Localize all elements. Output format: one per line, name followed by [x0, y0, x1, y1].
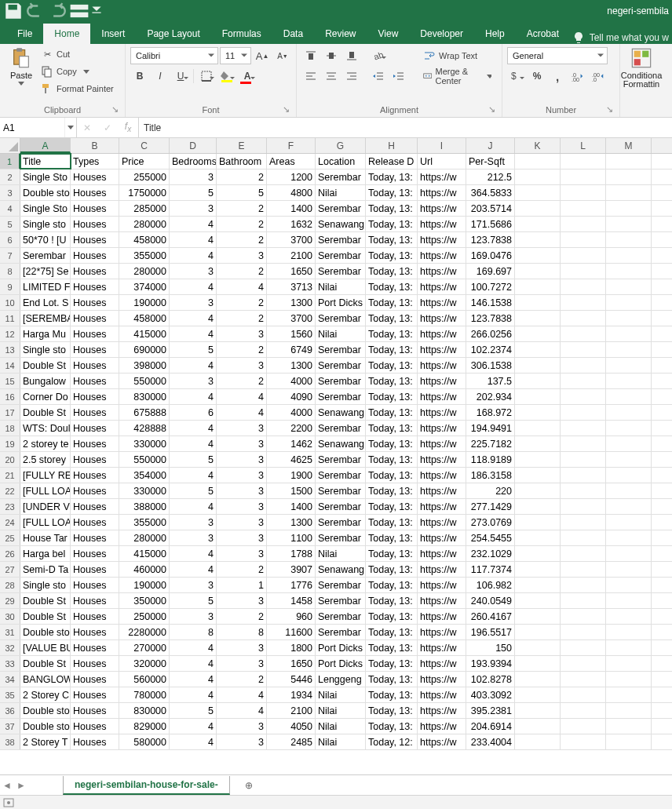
cell[interactable]: Senawang — [316, 405, 366, 420]
cell[interactable]: 458000 — [119, 232, 170, 247]
cell[interactable]: 1300 — [267, 295, 316, 310]
cell[interactable]: Nilai — [316, 734, 366, 749]
cell[interactable]: Today, 13: — [366, 436, 418, 451]
tab-view[interactable]: View — [367, 24, 410, 44]
cell[interactable] — [561, 656, 606, 671]
cell[interactable]: 3 — [217, 483, 267, 498]
cell[interactable]: Serembar — [316, 201, 366, 216]
cell[interactable]: Serembar — [316, 530, 366, 545]
column-header-A[interactable]: A — [20, 138, 71, 153]
cell[interactable]: 1400 — [267, 201, 316, 216]
cell[interactable]: 3 — [217, 640, 267, 655]
cell[interactable]: 273.0769 — [466, 515, 515, 530]
tab-developer[interactable]: Developer — [409, 24, 474, 44]
cell[interactable]: Serembar — [316, 609, 366, 624]
cell[interactable]: 3 — [170, 264, 217, 279]
cell[interactable] — [515, 483, 561, 498]
cell[interactable] — [515, 562, 561, 577]
cell[interactable]: Houses — [71, 734, 119, 749]
cell[interactable]: Houses — [71, 264, 119, 279]
cell[interactable]: 4 — [170, 640, 217, 655]
cell[interactable]: Corner Do — [20, 389, 71, 404]
cell[interactable] — [515, 672, 561, 687]
cell[interactable] — [515, 295, 561, 310]
cell[interactable] — [561, 232, 606, 247]
cell[interactable]: https://w — [418, 656, 466, 671]
spreadsheet-grid[interactable]: ABCDEFGHIJKLM 1TitleTypesPriceBedroomsBa… — [0, 138, 672, 750]
cell[interactable]: Houses — [71, 483, 119, 498]
cell[interactable]: Nilai — [316, 185, 366, 200]
cell[interactable]: 560000 — [119, 672, 170, 687]
cell[interactable]: WTS: Doul — [20, 421, 71, 435]
cell[interactable]: Today, 13: — [366, 703, 418, 718]
cell[interactable] — [606, 421, 652, 435]
cell[interactable]: Houses — [71, 546, 119, 561]
cell[interactable] — [606, 405, 652, 420]
cell[interactable]: 225.7182 — [466, 436, 515, 451]
cell[interactable] — [606, 640, 652, 655]
cell[interactable]: Double St — [20, 656, 71, 671]
cell[interactable]: Harga bel — [20, 546, 71, 561]
cell[interactable]: 4090 — [267, 389, 316, 404]
row-header[interactable]: 17 — [0, 405, 20, 420]
cell[interactable]: Today, 13: — [366, 452, 418, 467]
row-header[interactable]: 24 — [0, 515, 20, 530]
cell[interactable]: 3 — [217, 734, 267, 749]
cell[interactable]: 2 — [217, 311, 267, 326]
cell[interactable]: Today, 13: — [366, 217, 418, 231]
cell[interactable] — [561, 562, 606, 577]
cell[interactable] — [606, 185, 652, 200]
cell[interactable]: Today, 13: — [366, 421, 418, 435]
cell[interactable]: 2 — [217, 295, 267, 310]
cell[interactable] — [606, 593, 652, 608]
cell[interactable]: 5 — [170, 342, 217, 357]
align-left-button[interactable] — [301, 67, 320, 85]
cell[interactable]: Today, 13: — [366, 405, 418, 420]
cell[interactable] — [561, 468, 606, 483]
row-header[interactable]: 1 — [0, 154, 20, 169]
cell[interactable]: 374000 — [119, 279, 170, 294]
format-painter-button[interactable]: Format Painter — [41, 80, 114, 97]
cell[interactable]: Bungalow — [20, 374, 71, 388]
cell[interactable]: 4 — [170, 546, 217, 561]
cell[interactable]: 1934 — [267, 687, 316, 702]
cell[interactable] — [515, 625, 561, 640]
cell[interactable]: Double sto — [20, 719, 71, 734]
row-header[interactable]: 32 — [0, 640, 20, 655]
cell[interactable] — [606, 468, 652, 483]
cell[interactable] — [561, 421, 606, 435]
cell[interactable]: 2 storey te — [20, 436, 71, 451]
cell[interactable]: Today, 13: — [366, 169, 418, 184]
cell[interactable]: Double St — [20, 593, 71, 608]
cell[interactable]: Today, 13: — [366, 311, 418, 326]
column-header-L[interactable]: L — [561, 138, 606, 153]
sheet-nav-next[interactable]: ► — [14, 775, 28, 795]
cell[interactable]: 2100 — [267, 703, 316, 718]
cell[interactable]: 4 — [170, 687, 217, 702]
cell[interactable] — [561, 719, 606, 734]
cell[interactable]: 4000 — [267, 374, 316, 388]
decrease-indent-button[interactable] — [369, 67, 388, 85]
cell[interactable]: https://w — [418, 342, 466, 357]
row-header[interactable]: 34 — [0, 672, 20, 687]
increase-indent-button[interactable] — [389, 67, 408, 85]
row-header[interactable]: 11 — [0, 311, 20, 326]
number-format-select[interactable]: General — [507, 47, 608, 64]
cell[interactable] — [606, 656, 652, 671]
cell[interactable]: 5 — [170, 452, 217, 467]
cell[interactable]: 280000 — [119, 217, 170, 231]
cell[interactable]: Today, 13: — [366, 279, 418, 294]
cell[interactable] — [515, 546, 561, 561]
cell[interactable]: Nilai — [316, 546, 366, 561]
cell[interactable] — [561, 687, 606, 702]
cell[interactable]: Today, 13: — [366, 672, 418, 687]
cell[interactable]: 270000 — [119, 640, 170, 655]
cell[interactable]: Today, 13: — [366, 185, 418, 200]
cell[interactable]: 5 — [170, 593, 217, 608]
cell[interactable] — [561, 264, 606, 279]
cell[interactable]: Serembar — [316, 311, 366, 326]
cell[interactable] — [561, 515, 606, 530]
cell[interactable]: Houses — [71, 672, 119, 687]
cell[interactable]: Serembar — [316, 342, 366, 357]
record-macro-icon[interactable] — [3, 798, 14, 807]
